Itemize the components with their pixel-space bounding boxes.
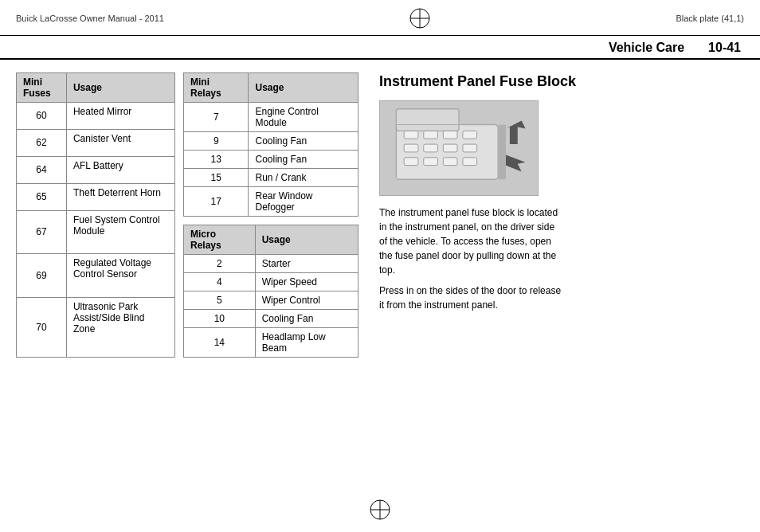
- micro-relays-col2: Usage: [255, 225, 358, 255]
- mini-relays-col2: Usage: [249, 73, 358, 103]
- svg-rect-13: [443, 144, 457, 152]
- mini-relays-col1: Mini Relays: [184, 73, 249, 103]
- relay-number: 15: [184, 169, 249, 187]
- micro-relay-usage: Starter: [255, 255, 358, 273]
- fuse-usage: Regulated Voltage Control Sensor: [66, 254, 174, 298]
- svg-rect-17: [443, 158, 457, 166]
- table-row: 2Starter: [184, 255, 358, 273]
- table-row: 17Rear Window Defogger: [184, 187, 358, 217]
- main-content: Mini Fuses Usage 60Heated Mirror62Canist…: [0, 60, 760, 366]
- relay-usage: Rear Window Defogger: [249, 187, 358, 217]
- table-row: 10Cooling Fan: [184, 310, 358, 328]
- page-number: 10-41: [708, 41, 741, 55]
- micro-relay-usage: Wiper Control: [255, 291, 358, 310]
- table-row: 70Ultrasonic Park Assist/Side Blind Zone: [17, 297, 175, 357]
- mini-fuses-table: Mini Fuses Usage 60Heated Mirror62Canist…: [16, 72, 175, 358]
- fuse-number: 62: [17, 129, 67, 156]
- table-row: 15Run / Crank: [184, 169, 358, 187]
- mini-relays-table: Mini Relays Usage 7Engine Control Module…: [183, 72, 358, 217]
- micro-relay-usage: Wiper Speed: [255, 273, 358, 291]
- svg-rect-12: [424, 144, 438, 152]
- relay-number: 17: [184, 187, 249, 217]
- table-row: 60Heated Mirror: [17, 103, 175, 130]
- right-paragraph2: Press in on the sides of the door to rel…: [379, 284, 562, 312]
- svg-rect-21: [498, 125, 506, 180]
- micro-relays-col1: Micro Relays: [184, 225, 256, 255]
- svg-rect-15: [404, 158, 418, 166]
- header-center-icon: [408, 6, 432, 30]
- micro-relay-number: 4: [184, 273, 256, 291]
- table-row: 13Cooling Fan: [184, 151, 358, 169]
- fuse-usage: Ultrasonic Park Assist/Side Blind Zone: [66, 297, 174, 357]
- micro-relay-usage: Cooling Fan: [255, 310, 358, 328]
- fuse-number: 64: [17, 156, 67, 183]
- table-row: 69Regulated Voltage Control Sensor: [17, 254, 175, 298]
- page-header: Buick LaCrosse Owner Manual - 2011 Black…: [0, 0, 760, 36]
- table-row: 5Wiper Control: [184, 291, 358, 310]
- page-footer: [368, 498, 392, 524]
- header-left: Buick LaCrosse Owner Manual - 2011: [16, 14, 164, 23]
- mini-fuses-col1: Mini Fuses: [17, 73, 67, 103]
- svg-rect-10: [463, 131, 477, 139]
- micro-relay-number: 5: [184, 291, 256, 310]
- svg-rect-11: [404, 144, 418, 152]
- micro-relays-table: Micro Relays Usage 2Starter4Wiper Speed5…: [183, 225, 358, 358]
- relay-usage: Cooling Fan: [249, 151, 358, 169]
- right-section-title: Instrument Panel Fuse Block: [379, 72, 744, 91]
- mini-fuses-col2: Usage: [66, 73, 174, 103]
- fuse-number: 70: [17, 297, 67, 357]
- page-title-row: Vehicle Care 10-41: [0, 36, 760, 60]
- svg-rect-18: [463, 158, 477, 166]
- fuse-usage: Canister Vent: [66, 129, 174, 156]
- relay-usage: Cooling Fan: [249, 132, 358, 151]
- middle-section: Mini Relays Usage 7Engine Control Module…: [183, 72, 358, 358]
- right-paragraph1: The instrument panel fuse block is locat…: [379, 205, 562, 277]
- svg-rect-5: [396, 109, 459, 131]
- table-row: 7Engine Control Module: [184, 103, 358, 132]
- relay-number: 7: [184, 103, 249, 132]
- right-section: Instrument Panel Fuse Block: [371, 72, 744, 358]
- table-row: 14Headlamp Low Beam: [184, 328, 358, 358]
- relay-usage: Run / Crank: [249, 169, 358, 187]
- micro-relay-usage: Headlamp Low Beam: [255, 328, 358, 358]
- table-row: 62Canister Vent: [17, 129, 175, 156]
- relay-usage: Engine Control Module: [249, 103, 358, 132]
- header-right: Black plate (41,1): [676, 14, 744, 23]
- fuse-box-image: [379, 100, 539, 196]
- micro-relay-number: 2: [184, 255, 256, 273]
- table-row: 67Fuel System Control Module: [17, 210, 175, 254]
- fuse-number: 65: [17, 183, 67, 210]
- table-row: 65Theft Deterrent Horn: [17, 183, 175, 210]
- svg-rect-14: [463, 144, 477, 152]
- fuse-usage: Fuel System Control Module: [66, 210, 174, 254]
- relay-number: 13: [184, 151, 249, 169]
- tables-section: Mini Fuses Usage 60Heated Mirror62Canist…: [16, 72, 358, 358]
- table-row: 4Wiper Speed: [184, 273, 358, 291]
- fuse-number: 69: [17, 254, 67, 298]
- fuse-usage: AFL Battery: [66, 156, 174, 183]
- table-row: 64AFL Battery: [17, 156, 175, 183]
- fuse-usage: Heated Mirror: [66, 103, 174, 130]
- micro-relay-number: 14: [184, 328, 256, 358]
- svg-rect-9: [443, 131, 457, 139]
- relay-number: 9: [184, 132, 249, 151]
- fuse-number: 60: [17, 103, 67, 130]
- right-text-block: The instrument panel fuse block is locat…: [379, 205, 562, 312]
- svg-rect-16: [424, 158, 438, 166]
- section-title: Vehicle Care: [609, 41, 684, 55]
- table-row: 9Cooling Fan: [184, 132, 358, 151]
- fuse-usage: Theft Deterrent Horn: [66, 183, 174, 210]
- svg-rect-8: [424, 131, 438, 139]
- fuse-number: 67: [17, 210, 67, 254]
- micro-relay-number: 10: [184, 310, 256, 328]
- svg-rect-7: [404, 131, 418, 139]
